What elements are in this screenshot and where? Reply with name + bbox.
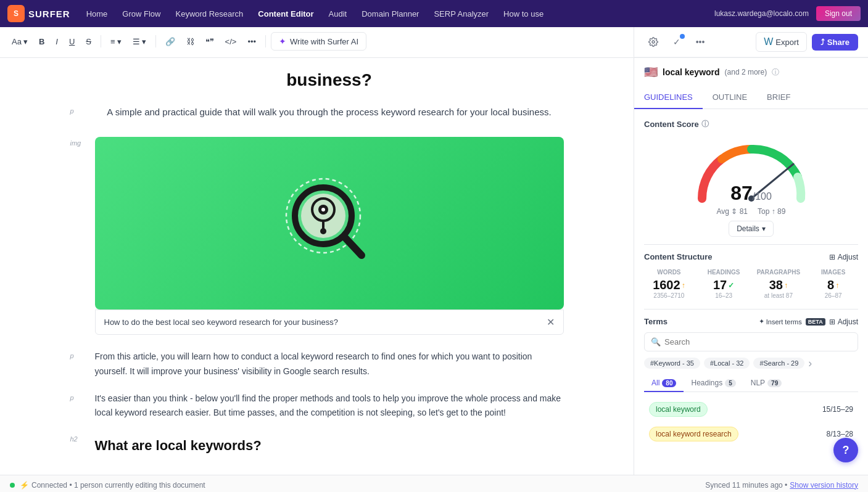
block-label-img: img (70, 137, 88, 147)
tag-keyword[interactable]: #Keyword - 35 (644, 358, 700, 369)
nav-keyword-research[interactable]: Keyword Research (169, 6, 249, 22)
info-icon[interactable]: ⓘ (772, 67, 779, 78)
top-symbol: ↑ (772, 207, 777, 216)
quote-button[interactable]: ❝❞ (201, 35, 218, 49)
subtitle-text: A simple and practical guide that will w… (95, 105, 564, 120)
check-icon-wrap: ✓ (668, 33, 686, 51)
block-label-title (70, 70, 88, 73)
images-range: 26–87 (808, 292, 858, 299)
nav-serp-analyzer[interactable]: SERP Analyzer (428, 6, 495, 22)
show-history-link[interactable]: Show version history (790, 481, 858, 490)
term-item-local-keyword[interactable]: local keyword 15/15–29 (644, 398, 858, 420)
editor-area[interactable]: business? p A simple and practical guide… (0, 58, 634, 475)
keyword-main: local keyword (663, 67, 720, 77)
svg-line-10 (344, 237, 362, 255)
score-number: 87 (730, 182, 753, 204)
divider-1 (644, 244, 858, 245)
terms-tab-headings[interactable]: Headings 5 (684, 375, 743, 392)
chevron-down-icon: ▾ (117, 37, 122, 46)
panel-tabs: GUIDELINES OUTLINE BRIEF (634, 86, 868, 109)
logo-icon: S (7, 5, 25, 22)
strikethrough-button[interactable]: S (81, 35, 96, 49)
help-button[interactable]: ? (833, 438, 858, 462)
connected-dot (10, 483, 15, 488)
nlp-badge: 79 (767, 379, 782, 387)
wordpress-icon: W (764, 36, 773, 47)
notification-dot (680, 34, 685, 39)
search-input[interactable] (664, 337, 851, 346)
share-button[interactable]: ⤴ Share (812, 34, 858, 51)
subtitle-content[interactable]: A simple and practical guide that will w… (95, 105, 564, 132)
adjust-button[interactable]: ⊞ Adjust (829, 253, 858, 261)
panel-more-button[interactable]: ••• (691, 33, 709, 51)
main-layout: business? p A simple and practical guide… (0, 58, 868, 475)
write-with-surfer-button[interactable]: ✦ Write with Surfer AI (271, 32, 366, 51)
list-button[interactable]: ☰▾ (128, 35, 151, 49)
term-item-local-keyword-research[interactable]: local keyword research 8/13–28 (644, 423, 858, 445)
nav-domain-planner[interactable]: Domain Planner (355, 6, 425, 22)
term-count-local-keyword-research: 8/13–28 (827, 430, 853, 438)
divider-2 (644, 309, 858, 310)
nav-how-to-use[interactable]: How to use (497, 6, 550, 22)
tags-more-icon[interactable]: › (808, 358, 812, 369)
nav-content-editor[interactable]: Content Editor (252, 6, 320, 22)
words-cell: WORDS 1602 ↑ 2356–2710 (644, 269, 694, 299)
headings-cell: HEADINGS 17 ✓ 16–23 (699, 269, 749, 299)
words-label: WORDS (644, 269, 694, 276)
p2-content[interactable]: It's easier than you think - below you'l… (95, 392, 564, 428)
content-score-label: Content Score (644, 120, 699, 129)
terms-adjust-button[interactable]: ⊞ Adjust (829, 318, 858, 326)
h2-content[interactable]: What are local keywords? (95, 433, 564, 454)
block-label-h2: h2 (70, 433, 88, 443)
h2-row: h2 What are local keywords? (70, 433, 564, 454)
logo[interactable]: S SURFER (7, 5, 70, 22)
underline-button[interactable]: U (65, 35, 79, 49)
toolbar-divider-2 (155, 35, 156, 47)
tab-brief[interactable]: BRIEF (757, 86, 800, 109)
text-align-button[interactable]: ≡▾ (106, 35, 126, 49)
nav-audit[interactable]: Audit (323, 6, 353, 22)
editor-content: business? p A simple and practical guide… (70, 70, 564, 454)
bold-button[interactable]: B (35, 35, 49, 49)
avg-symbol: ⇕ (731, 207, 739, 216)
terms-tab-nlp[interactable]: NLP 79 (743, 375, 789, 392)
settings-button[interactable] (644, 33, 663, 51)
tab-guidelines[interactable]: GUIDELINES (634, 86, 703, 109)
link2-button[interactable]: ⛓ (182, 35, 199, 49)
italic-button[interactable]: I (51, 35, 62, 49)
signout-button[interactable]: Sign out (816, 6, 861, 21)
term-pill-local-keyword-research[interactable]: local keyword research (649, 427, 738, 441)
details-button[interactable]: Details ▾ (729, 221, 774, 237)
insert-terms-button[interactable]: ✦ Insert terms (759, 318, 802, 326)
words-value: 1602 ↑ (644, 278, 694, 292)
tag-search[interactable]: #Search - 29 (753, 358, 804, 369)
close-icon[interactable]: ✕ (547, 316, 555, 328)
gauge-stats: Avg ⇕ 81 Top ↑ 89 (717, 207, 786, 216)
terms-tab-all[interactable]: All 80 (644, 375, 684, 392)
panel-toolbar: ✓ ••• W Export ⤴ Share (634, 27, 868, 57)
image-caption-text: How to do the best local seo keyword res… (104, 318, 338, 327)
tag-local[interactable]: #Local - 32 (704, 358, 750, 369)
terms-header: Terms ✦ Insert terms BETA ⊞ Adjust (644, 317, 858, 326)
code-button[interactable]: </> (221, 35, 241, 49)
term-count-local-keyword: 15/15–29 (822, 405, 853, 414)
tab-outline[interactable]: OUTLINE (703, 86, 757, 109)
link-button[interactable]: 🔗 (161, 35, 180, 49)
nav-home[interactable]: Home (80, 6, 114, 22)
p1-content[interactable]: From this article, you will learn how to… (95, 350, 564, 387)
title-content[interactable]: business? (95, 70, 564, 100)
chevron-down-icon: ▾ (142, 37, 146, 46)
term-pill-local-keyword[interactable]: local keyword (649, 402, 708, 417)
font-family-button[interactable]: Aa ▾ (7, 35, 32, 49)
gauge-score: 87/100 (730, 182, 772, 205)
structure-grid: WORDS 1602 ↑ 2356–2710 HEADINGS 17 ✓ 16–… (644, 269, 858, 299)
terms-tabs: All 80 Headings 5 NLP 79 (644, 375, 858, 392)
content-score-info-icon[interactable]: ⓘ (701, 119, 709, 129)
search-box[interactable]: 🔍 (644, 332, 858, 351)
user-email: lukasz.wardega@localo.com (714, 9, 809, 18)
more-button[interactable]: ••• (243, 35, 260, 49)
export-button[interactable]: W Export (756, 32, 807, 52)
images-value: 8 ↑ (808, 278, 858, 292)
nav-grow-flow[interactable]: Grow Flow (116, 6, 167, 22)
logo-text: SURFER (28, 9, 70, 19)
